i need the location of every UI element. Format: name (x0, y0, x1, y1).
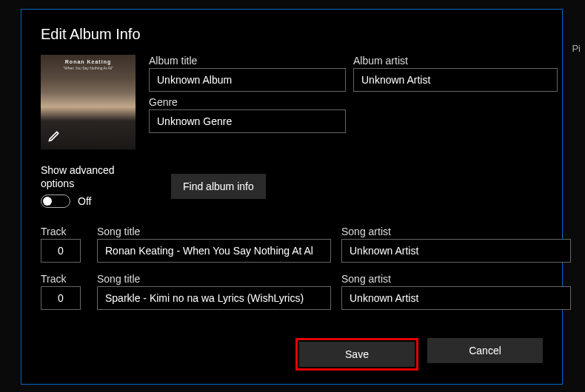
show-advanced-toggle[interactable] (41, 195, 70, 208)
edit-album-dialog: Edit Album Info Ronan Keating "When You … (21, 9, 563, 385)
find-album-info-button[interactable]: Find album info (171, 174, 266, 199)
cancel-button[interactable]: Cancel (427, 338, 543, 363)
toggle-knob (43, 197, 52, 206)
track-num-label: Track (41, 226, 87, 237)
album-art-subtitle: "When You Say Nothing At All" (41, 66, 136, 70)
tracks-list: Track Song title Song artist Track Song … (41, 226, 543, 310)
song-artist-input[interactable] (341, 286, 571, 310)
song-title-input[interactable] (97, 239, 331, 263)
background-text: Pi (572, 43, 581, 54)
save-highlight-box: Save (295, 338, 418, 371)
album-art[interactable]: Ronan Keating "When You Say Nothing At A… (41, 55, 136, 149)
song-title-input[interactable] (97, 286, 331, 310)
track-num-input[interactable] (41, 239, 81, 263)
track-num-label: Track (41, 273, 87, 285)
track-row: Track Song title Song artist (41, 273, 543, 310)
album-artist-label: Album artist (353, 55, 558, 67)
song-artist-input[interactable] (341, 239, 571, 263)
album-title-input[interactable] (149, 68, 346, 92)
song-title-label: Song title (97, 273, 331, 285)
album-title-label: Album title (149, 55, 346, 67)
song-artist-label: Song artist (341, 226, 571, 237)
track-row: Track Song title Song artist (41, 226, 543, 263)
edit-art-icon[interactable] (45, 126, 64, 145)
save-button[interactable]: Save (299, 342, 415, 367)
song-title-label: Song title (97, 226, 331, 237)
genre-label: Genre (149, 96, 346, 108)
track-num-input[interactable] (41, 286, 81, 310)
dialog-title: Edit Album Info (41, 26, 543, 43)
genre-input[interactable] (149, 109, 346, 133)
album-artist-input[interactable] (353, 68, 558, 92)
song-artist-label: Song artist (341, 273, 571, 285)
album-art-artist: Ronan Keating (41, 59, 136, 64)
toggle-state-label: Off (78, 195, 91, 207)
show-advanced-label: Show advanced options (41, 164, 136, 190)
